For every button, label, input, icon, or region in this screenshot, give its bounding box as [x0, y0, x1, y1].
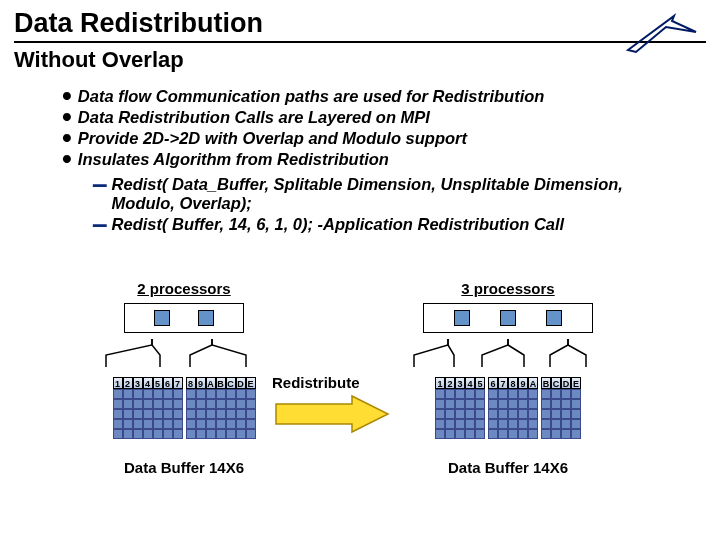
bullet-icon: • — [62, 150, 72, 168]
dash-icon: – — [92, 215, 108, 233]
grid-block: 6789A — [488, 377, 538, 439]
left-diagram: 2 processors 123456789ABCDE Data Buffer … — [94, 280, 274, 476]
grid-block: 12345 — [435, 377, 485, 439]
right-diagram: 3 processors 123456789ABCDE Data Buffer … — [398, 280, 618, 476]
sub-bullet-item: –Redist( Data_Buffer, Splitable Dimensio… — [92, 175, 706, 213]
slide-title: Data Redistribution — [14, 8, 706, 43]
processor-chip — [546, 310, 562, 326]
processor-chip — [198, 310, 214, 326]
processor-label: 2 processors — [94, 280, 274, 297]
bullet-list: •Data flow Communication paths are used … — [62, 87, 706, 169]
buffer-label: Data Buffer 14X6 — [398, 459, 618, 476]
sub-bullet-list: –Redist( Data_Buffer, Splitable Dimensio… — [92, 175, 706, 234]
connector-lines — [398, 339, 618, 377]
buffer-label: Data Buffer 14X6 — [94, 459, 274, 476]
company-logo — [622, 12, 702, 60]
bullet-item: •Data flow Communication paths are used … — [62, 87, 706, 106]
sub-bullet-item: –Redist( Buffer, 14, 6, 1, 0); -Applicat… — [92, 215, 706, 234]
processor-chip — [154, 310, 170, 326]
processor-label: 3 processors — [398, 280, 618, 297]
connector-lines — [94, 339, 274, 377]
slide-subtitle: Without Overlap — [14, 47, 706, 73]
redistribute-label: Redistribute — [272, 374, 360, 391]
dash-icon: – — [92, 175, 108, 193]
processor-box — [124, 303, 244, 333]
redistribute-arrow-icon — [272, 394, 392, 438]
data-grids: 123456789ABCDE — [398, 377, 618, 439]
diagram-area: 2 processors 123456789ABCDE Data Buffer … — [0, 280, 720, 530]
svg-marker-0 — [276, 396, 388, 432]
bullet-item: •Insulates Algorithm from Redistribution — [62, 150, 706, 169]
bullet-item: •Provide 2D->2D with Overlap and Modulo … — [62, 129, 706, 148]
grid-block: 1234567 — [113, 377, 183, 439]
processor-chip — [500, 310, 516, 326]
processor-box — [423, 303, 593, 333]
grid-block: 89ABCDE — [186, 377, 256, 439]
grid-block: BCDE — [541, 377, 581, 439]
processor-chip — [454, 310, 470, 326]
bullet-item: •Data Redistribution Calls are Layered o… — [62, 108, 706, 127]
data-grids: 123456789ABCDE — [94, 377, 274, 439]
